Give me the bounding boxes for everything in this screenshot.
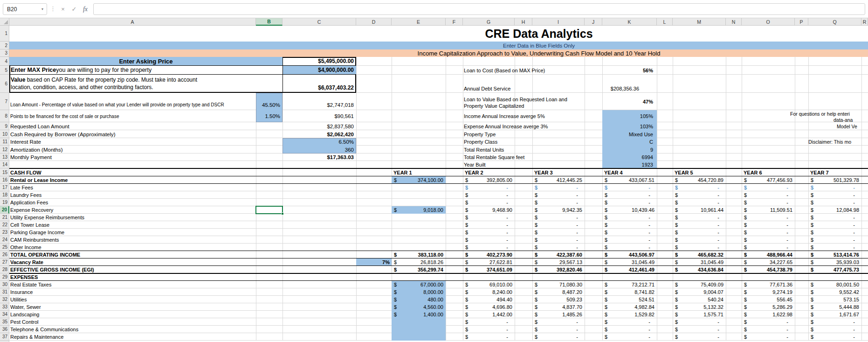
row-header-36[interactable]: 36 bbox=[0, 326, 9, 333]
column-header-L[interactable]: L bbox=[657, 18, 673, 26]
row-label-31[interactable]: Insurance bbox=[10, 288, 248, 296]
zero-cell[interactable]: $- bbox=[463, 214, 515, 221]
row-label-21[interactable]: Utility Expense Reimbursements bbox=[10, 214, 248, 221]
zero-cell[interactable]: $- bbox=[673, 229, 726, 236]
column-header-G[interactable]: G bbox=[463, 18, 515, 26]
cancel-button[interactable]: × bbox=[58, 3, 68, 15]
points-pct-input[interactable]: 1.50% bbox=[256, 112, 282, 120]
zero-cell[interactable]: $- bbox=[808, 244, 861, 251]
zero-cell[interactable]: $- bbox=[602, 214, 657, 221]
column-header-N[interactable]: N bbox=[726, 18, 742, 26]
amortization-label[interactable]: Amortization (Months) bbox=[10, 146, 255, 154]
row-header-20[interactable]: 20 bbox=[0, 206, 9, 214]
monthly-payment-value[interactable]: $17,363.03 bbox=[282, 154, 356, 161]
max-price-input[interactable]: $4,900,000.00 bbox=[282, 66, 356, 75]
interest-rate-label[interactable]: Interest Rate bbox=[10, 138, 255, 146]
row-label-37[interactable]: Repairs & Maintenance bbox=[10, 333, 248, 341]
year-value-cell[interactable]: $1,671.67 bbox=[808, 311, 861, 318]
zero-cell[interactable]: $- bbox=[808, 236, 861, 244]
year-value-cell[interactable]: $4,696.80 bbox=[463, 303, 515, 311]
zero-cell[interactable]: $- bbox=[463, 244, 515, 251]
row-header-18[interactable]: 18 bbox=[0, 191, 9, 199]
row-label-28[interactable]: EFFECTIVE GROSS INCOME (EGI) bbox=[10, 266, 248, 273]
year-value-cell[interactable]: $73,212.71 bbox=[602, 281, 657, 288]
year-value-cell[interactable]: $433,067.51 bbox=[602, 176, 657, 184]
year-value-cell[interactable]: $8,487.20 bbox=[532, 288, 585, 296]
expenses-section-label[interactable]: EXPENSES bbox=[10, 273, 103, 281]
zero-cell[interactable]: $- bbox=[602, 221, 657, 229]
fill-handle[interactable] bbox=[281, 212, 284, 215]
asking-price-value[interactable]: $5,495,000.00 bbox=[282, 57, 356, 66]
zero-cell[interactable]: $- bbox=[602, 236, 657, 244]
row-header-24[interactable]: 24 bbox=[0, 236, 9, 244]
interest-rate-input[interactable]: 6.50% bbox=[282, 138, 356, 146]
year-value-cell[interactable]: $4,982.84 bbox=[602, 303, 657, 311]
year-value-cell[interactable]: $573.15 bbox=[808, 296, 861, 303]
zero-cell[interactable]: $- bbox=[808, 191, 861, 199]
cash-required-value[interactable]: $2,062,420 bbox=[282, 130, 356, 138]
row-header-31[interactable]: 31 bbox=[0, 288, 9, 296]
name-box-dropdown-icon[interactable]: ▾ bbox=[38, 7, 47, 11]
zero-cell[interactable]: $- bbox=[673, 191, 726, 199]
year1-value-cell[interactable]: $356,299.74 bbox=[392, 266, 446, 273]
row-header-28[interactable]: 28 bbox=[0, 266, 9, 273]
year-value-cell[interactable]: $477,456.93 bbox=[742, 176, 795, 184]
year-value-cell[interactable]: $477,475.73 bbox=[808, 266, 861, 273]
year-value-cell[interactable]: $5,286.29 bbox=[742, 303, 795, 311]
year-value-cell[interactable]: $11,509.51 bbox=[742, 206, 795, 214]
zero-cell[interactable]: $- bbox=[673, 244, 726, 251]
zero-cell[interactable]: $- bbox=[602, 191, 657, 199]
year-value-cell[interactable]: $29,567.13 bbox=[532, 258, 585, 266]
insert-function-button[interactable]: fx bbox=[80, 3, 90, 15]
summary-input-value[interactable]: Mixed Use bbox=[602, 130, 657, 138]
row-header-25[interactable]: 25 bbox=[0, 244, 9, 251]
year-value-cell[interactable]: $69,010.00 bbox=[463, 281, 515, 288]
summary-input-value[interactable]: 9 bbox=[602, 146, 657, 154]
column-header-E[interactable]: E bbox=[392, 18, 446, 26]
select-all-corner[interactable] bbox=[0, 18, 9, 26]
year-value-cell[interactable]: $402,273.90 bbox=[463, 251, 515, 258]
year-value-cell[interactable]: $10,439.46 bbox=[602, 206, 657, 214]
row-label-26[interactable]: TOTAL OPERATING INCOME bbox=[10, 251, 248, 258]
zero-cell[interactable]: $- bbox=[602, 326, 657, 333]
zero-cell[interactable]: $- bbox=[463, 229, 515, 236]
cap-value-amount[interactable]: $6,037,403.22 bbox=[282, 75, 356, 93]
year-value-cell[interactable]: $412,445.25 bbox=[532, 176, 585, 184]
year-value-cell[interactable]: $80,001.50 bbox=[808, 281, 861, 288]
zero-cell[interactable]: $- bbox=[742, 221, 795, 229]
year-value-cell[interactable]: $4,837.70 bbox=[532, 303, 585, 311]
year-value-cell[interactable]: $454,738.79 bbox=[742, 266, 795, 273]
row-header-9[interactable]: 9 bbox=[0, 122, 9, 130]
vacancy-rate-input[interactable]: 7% bbox=[356, 258, 392, 266]
zero-cell[interactable]: $- bbox=[808, 184, 861, 191]
zero-cell[interactable]: $- bbox=[673, 199, 726, 206]
cash-flow-section-label[interactable]: CASH FLOW bbox=[10, 168, 103, 176]
accept-button[interactable]: ✓ bbox=[69, 3, 79, 15]
column-header-C[interactable]: C bbox=[282, 18, 356, 26]
row-header-5[interactable]: 5 bbox=[0, 66, 9, 75]
column-header-R[interactable]: R bbox=[861, 18, 868, 26]
zero-cell[interactable]: $- bbox=[673, 221, 726, 229]
zero-cell[interactable]: $- bbox=[808, 221, 861, 229]
year-value-cell[interactable]: $12,084.98 bbox=[808, 206, 861, 214]
zero-cell[interactable]: $- bbox=[742, 318, 795, 326]
year-value-cell[interactable]: $75,409.09 bbox=[673, 281, 726, 288]
zero-cell[interactable]: $- bbox=[463, 236, 515, 244]
year-value-cell[interactable]: $35,939.03 bbox=[808, 258, 861, 266]
monthly-payment-label[interactable]: Monthly Payment bbox=[10, 154, 255, 161]
year-value-cell[interactable]: $1,485.26 bbox=[532, 311, 585, 318]
summary-input-value[interactable]: 103% bbox=[602, 122, 657, 130]
year-value-cell[interactable]: $9,468.90 bbox=[463, 206, 515, 214]
row-label-32[interactable]: Utilities bbox=[10, 296, 248, 303]
zero-cell[interactable]: $- bbox=[602, 244, 657, 251]
zero-cell[interactable]: $- bbox=[532, 236, 585, 244]
zero-cell[interactable]: $- bbox=[602, 318, 657, 326]
year1-value-cell[interactable]: $383,118.00 bbox=[392, 251, 446, 258]
zero-cell[interactable]: $- bbox=[808, 199, 861, 206]
zero-cell[interactable]: $- bbox=[673, 318, 726, 326]
column-header-D[interactable]: D bbox=[356, 18, 392, 26]
column-header-A[interactable]: A bbox=[9, 18, 256, 26]
row-header-6[interactable]: 6 bbox=[0, 75, 9, 93]
zero-cell[interactable]: $- bbox=[532, 191, 585, 199]
zero-cell[interactable]: $- bbox=[742, 244, 795, 251]
